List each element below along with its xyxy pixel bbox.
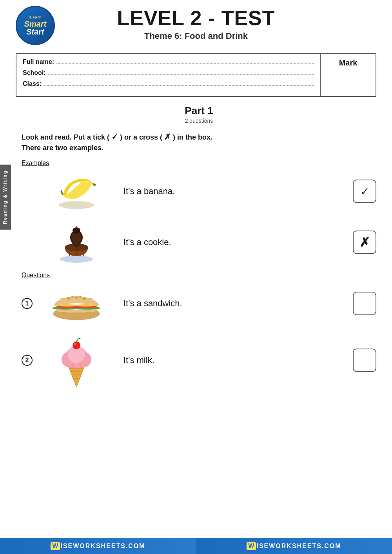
q1-text: It's a sandwich. (116, 298, 345, 309)
school-dots (48, 70, 314, 75)
icecream-image (37, 333, 116, 388)
part-title: Part 1 (22, 105, 376, 117)
footer-right-rest: ISEWORKSHEETS.COM (256, 543, 341, 550)
q2-number: 2 (22, 355, 37, 366)
tick-icon: ✓ (360, 185, 369, 198)
cross-icon: ✗ (359, 235, 370, 250)
part-subtitle: - 2 questions - (22, 118, 376, 124)
sandwich-image (37, 282, 116, 325)
banana-icon (51, 172, 102, 211)
example-item-2: It's a cookie. ✗ (22, 221, 376, 264)
example-2-checkbox: ✗ (353, 231, 376, 254)
footer-left-rest: ISEWORKSHEETS.COM (60, 543, 145, 550)
q2-circled-number: 2 (22, 355, 33, 366)
cupcake-image (37, 221, 116, 264)
svg-point-10 (71, 296, 74, 298)
page-title: LEVEL 2 - TEST (117, 7, 275, 29)
info-right: Mark (321, 54, 376, 96)
instruction: Look and read. Put a tick ( ✓ ) or a cro… (22, 131, 376, 153)
svg-point-17 (74, 343, 76, 345)
main-content: Part 1 - 2 questions - Look and read. Pu… (0, 101, 392, 400)
examples-label: Examples (22, 160, 376, 167)
logo-smart-text: Smart (24, 20, 47, 28)
question-item-1: 1 (22, 282, 376, 325)
cupcake-icon (51, 221, 102, 264)
q1-circled-number: 1 (22, 298, 33, 309)
svg-point-6 (73, 227, 80, 234)
q1-number: 1 (22, 298, 37, 309)
example-1-checkbox: ✓ (353, 180, 376, 203)
svg-point-11 (79, 296, 82, 298)
banana-image (37, 172, 116, 211)
instruction-line2: There are two examples. (22, 144, 103, 152)
info-box: Full name: School: Class: Mark (16, 53, 376, 97)
q2-checkbox (353, 349, 376, 372)
q2-text: It's milk. (116, 355, 345, 365)
school-line: School: (23, 69, 314, 76)
questions-label: Questions (22, 272, 376, 279)
footer-left-w: W (51, 542, 60, 550)
info-left: Full name: School: Class: (16, 54, 321, 96)
class-line: Class: (23, 80, 314, 87)
sandwich-icon (45, 282, 108, 325)
logo-start-text: Start (26, 28, 44, 36)
side-label: Reading & Writing (0, 165, 11, 230)
footer-right-w: W (247, 542, 256, 550)
svg-point-16 (73, 341, 80, 349)
page-footer: W ISEWORKSHEETS.COM W ISEWORKSHEETS.COM (0, 538, 392, 554)
logo: iLearn Smart Start (16, 6, 55, 45)
school-label: School: (23, 69, 46, 76)
example-1-text: It's a banana. (116, 186, 345, 196)
q1-checkbox (353, 292, 376, 315)
footer-left-text: W ISEWORKSHEETS.COM (51, 542, 145, 550)
svg-point-1 (60, 256, 93, 263)
mark-label: Mark (339, 58, 358, 67)
logo-top-text: iLearn (29, 15, 42, 19)
class-dots (44, 81, 314, 86)
full-name-line: Full name: (23, 58, 314, 65)
instruction-line1: Look and read. Put a tick ( ✓ ) or a cro… (22, 133, 212, 141)
page-subtitle: Theme 6: Food and Drink (117, 31, 275, 41)
header-text-block: LEVEL 2 - TEST Theme 6: Food and Drink (117, 7, 275, 41)
svg-point-0 (59, 201, 94, 209)
full-name-label: Full name: (23, 58, 54, 65)
footer-right-text: W ISEWORKSHEETS.COM (247, 542, 341, 550)
footer-right: W ISEWORKSHEETS.COM (196, 538, 392, 554)
class-label: Class: (23, 80, 42, 87)
example-item-1: It's a banana. ✓ (22, 170, 376, 213)
full-name-dots (56, 59, 314, 64)
question-item-2: 2 (22, 333, 376, 388)
icecream-icon (51, 333, 102, 388)
example-2-text: It's a cookie. (116, 237, 345, 247)
footer-left: W ISEWORKSHEETS.COM (0, 538, 196, 554)
page-header: iLearn Smart Start LEVEL 2 - TEST Theme … (0, 0, 392, 45)
